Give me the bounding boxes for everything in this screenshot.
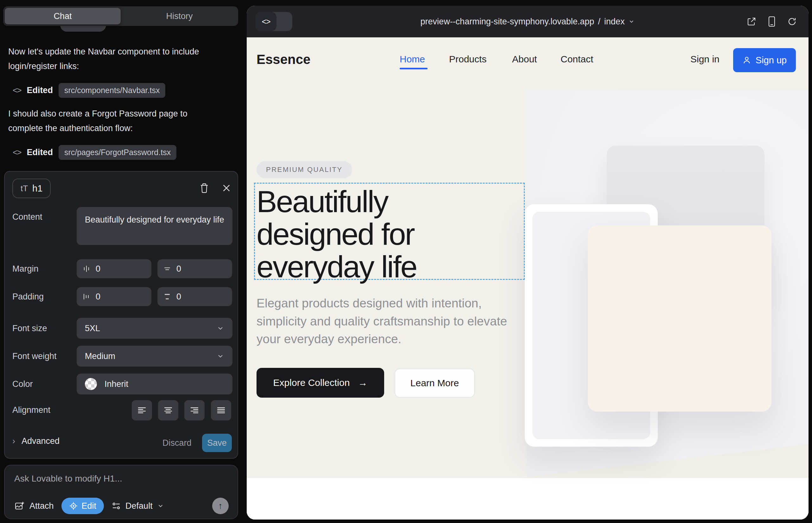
chat-composer: Attach Edit Default ↑	[4, 465, 238, 519]
edited-file-row: <> Edited src/pages/ForgotPassword.tsx	[13, 145, 176, 160]
font-weight-label: Font weight	[12, 351, 57, 361]
premium-quality-badge: PREMIUM QUALITY	[257, 161, 352, 178]
close-icon	[222, 184, 231, 193]
content-input[interactable]: Beautifully designed for everyday life	[77, 207, 232, 245]
mobile-view-icon[interactable]	[767, 16, 776, 27]
send-button[interactable]: ↑	[212, 498, 229, 514]
site-preview: Essence Home Products About Contact Sign…	[247, 37, 809, 520]
chat-message: Now let's update the Navbar component to…	[8, 44, 214, 74]
margin-x-input[interactable]: 0	[77, 259, 152, 278]
delete-element-button[interactable]	[197, 181, 211, 195]
align-center-button[interactable]	[158, 400, 178, 420]
margin-label: Margin	[12, 264, 39, 274]
color-select[interactable]: Inherit	[77, 374, 232, 395]
content-label: Content	[12, 212, 42, 222]
sliders-icon	[111, 501, 121, 511]
section-below-hero	[247, 478, 809, 520]
site-logo[interactable]: Essence	[257, 52, 310, 67]
edited-label: Edited	[27, 147, 53, 157]
preview-toolbar: <> preview--charming-site-symphony.lovab…	[247, 6, 809, 37]
chevron-down-icon	[217, 353, 224, 360]
align-center-icon	[163, 406, 173, 415]
font-size-select[interactable]: 5XL	[77, 318, 232, 339]
tab-chat[interactable]: Chat	[5, 8, 121, 24]
chevron-down-icon	[628, 18, 635, 25]
attach-label: Attach	[30, 501, 54, 511]
edit-label: Edit	[82, 501, 96, 511]
explore-collection-button[interactable]: Explore Collection →	[257, 368, 384, 398]
color-swatch	[85, 378, 97, 390]
margin-y-input[interactable]: 0	[157, 259, 232, 278]
code-icon: <>	[13, 147, 21, 157]
attach-button[interactable]: Attach	[14, 501, 54, 511]
padding-y-input[interactable]: 0	[157, 287, 232, 306]
nav-link-home[interactable]: Home	[400, 54, 425, 65]
align-right-button[interactable]	[184, 400, 205, 420]
hero-heading[interactable]: Beautifully designed for everyday life	[257, 185, 478, 283]
hero-description: Elegant products designed with intention…	[257, 294, 510, 348]
color-label: Color	[12, 379, 33, 389]
padding-vertical-icon	[163, 292, 171, 301]
font-weight-select[interactable]: Medium	[77, 346, 232, 366]
edited-label: Edited	[27, 86, 53, 95]
chat-history-tabbar: Chat History	[3, 6, 238, 26]
tab-history[interactable]: History	[121, 12, 238, 21]
edited-file-badge[interactable]: src/components/Navbar.tsx	[58, 83, 166, 98]
align-justify-button[interactable]	[211, 400, 231, 420]
chevron-down-icon	[157, 502, 164, 509]
chevron-down-icon	[217, 325, 224, 332]
sign-in-link[interactable]: Sign in	[690, 54, 720, 65]
advanced-label: Advanced	[21, 436, 59, 446]
nav-link-contact[interactable]: Contact	[561, 54, 593, 65]
close-panel-button[interactable]	[219, 181, 233, 195]
default-label: Default	[125, 501, 153, 511]
advanced-toggle[interactable]: › Advanced	[12, 436, 59, 446]
element-tag-label: h1	[32, 183, 42, 194]
chevron-right-icon: ›	[12, 436, 15, 446]
url-separator: /	[598, 17, 600, 26]
attach-image-icon	[14, 501, 24, 511]
url-bar[interactable]: preview--charming-site-symphony.lovable.…	[247, 6, 809, 37]
learn-more-button[interactable]: Learn More	[394, 368, 475, 398]
preview-url: preview--charming-site-symphony.lovable.…	[421, 17, 595, 26]
align-right-icon	[190, 406, 199, 415]
padding-x-input[interactable]: 0	[77, 287, 152, 306]
active-nav-underline	[400, 68, 427, 69]
discard-button[interactable]: Discard	[162, 438, 192, 448]
code-icon: <>	[13, 86, 21, 95]
edited-file-badge[interactable]: src/pages/ForgotPassword.tsx	[58, 145, 176, 160]
preview-page: index	[604, 17, 625, 26]
alignment-label: Alignment	[12, 405, 50, 415]
save-button[interactable]: Save	[202, 434, 232, 452]
edit-mode-button[interactable]: Edit	[61, 498, 104, 514]
align-justify-icon	[216, 406, 226, 415]
font-size-label: Font size	[12, 324, 47, 333]
typography-icon: tT	[21, 184, 28, 194]
default-mode-button[interactable]: Default	[111, 501, 164, 511]
open-external-icon[interactable]	[746, 16, 757, 26]
padding-label: Padding	[12, 292, 44, 302]
arrow-right-icon: →	[358, 377, 367, 388]
target-icon	[69, 502, 78, 510]
trash-icon	[199, 183, 209, 193]
user-icon	[742, 56, 751, 65]
element-editor-panel: tT h1 Content Beautifully designed for e…	[4, 171, 238, 459]
sign-up-button[interactable]: Sign up	[733, 48, 796, 72]
sign-up-label: Sign up	[756, 55, 787, 66]
align-left-button[interactable]	[132, 400, 152, 420]
preview-window: Essence Home Products About Contact Sign…	[247, 6, 809, 520]
align-left-icon	[137, 406, 147, 415]
nav-link-products[interactable]: Products	[449, 54, 487, 65]
edited-file-row: <> Edited src/components/Navbar.tsx	[13, 83, 165, 97]
explore-collection-label: Explore Collection	[273, 377, 350, 388]
decor-card-beige	[588, 226, 772, 412]
chat-message: I should also create a Forgot Password p…	[8, 106, 214, 136]
selected-element-pill: tT h1	[12, 179, 51, 198]
padding-horizontal-icon	[82, 292, 91, 301]
nav-link-about[interactable]: About	[512, 54, 537, 65]
composer-input[interactable]	[14, 474, 223, 484]
margin-horizontal-icon	[82, 265, 91, 273]
margin-vertical-icon	[163, 265, 171, 273]
refresh-icon[interactable]	[787, 16, 797, 26]
